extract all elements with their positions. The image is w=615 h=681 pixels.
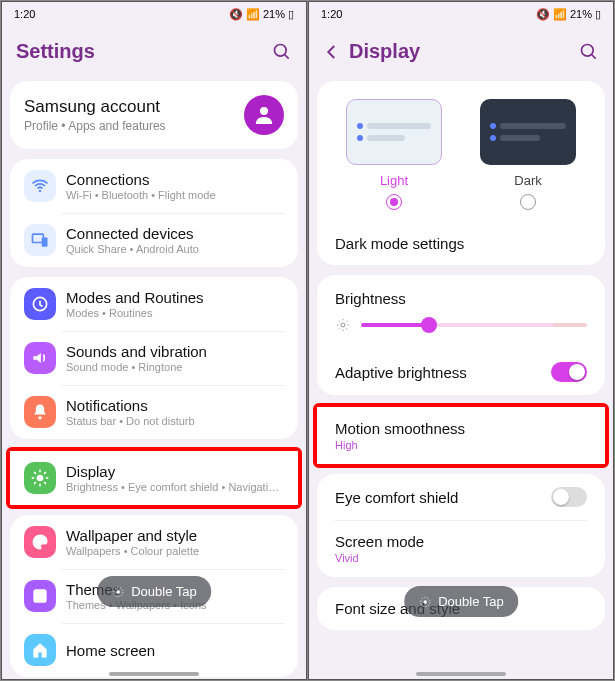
svg-point-3 [39,190,42,193]
row-subtitle: Wi-Fi • Bluetooth • Flight mode [66,189,284,201]
settings-screen: 1:20 🔇 📶 21% ▯ Settings Samsung account … [1,1,307,680]
display-options-card: Eye comfort shield Screen mode Vivid [317,474,605,577]
back-icon[interactable] [323,43,341,61]
battery-icon: ▯ [288,8,294,21]
svg-line-29 [339,328,340,329]
row-title: Sounds and vibration [66,343,284,360]
svg-line-1 [285,54,289,58]
settings-row-sounds-and-vibration[interactable]: Sounds and vibrationSound mode • Rington… [10,331,298,385]
sun-icon [335,317,351,333]
double-tap-label: Double Tap [131,584,197,599]
svg-point-7 [38,416,41,419]
status-bar: 1:20 🔇 📶 21% ▯ [2,2,306,26]
motion-value: High [335,439,465,451]
light-label: Light [346,173,442,188]
settings-row-wallpaper-and-style[interactable]: Wallpaper and styleWallpapers • Colour p… [10,515,298,569]
radio-dark[interactable] [520,194,536,210]
brightness-slider[interactable] [361,323,587,327]
svg-line-21 [592,54,596,58]
settings-row-modes-and-routines[interactable]: Modes and RoutinesModes • Routines [10,277,298,331]
double-tap-label: Double Tap [438,594,504,609]
brightness-card: Brightness Adaptive brightness [317,275,605,395]
eye-comfort-row[interactable]: Eye comfort shield [317,474,605,520]
account-title: Samsung account [24,97,166,117]
dark-preview [480,99,576,165]
page-title: Settings [16,40,95,63]
gesture-bar[interactable] [109,672,199,676]
page-title: Display [349,40,420,63]
brightness-label: Brightness [317,275,605,313]
bell-icon [24,396,56,428]
home-icon [24,634,56,666]
slider-thumb[interactable] [421,317,437,333]
screen-mode-value: Vivid [335,552,424,564]
settings-row-notifications[interactable]: NotificationsStatus bar • Do not disturb [10,385,298,439]
svg-line-16 [44,472,46,474]
search-icon[interactable] [272,42,292,62]
svg-point-31 [423,600,427,604]
theme-icon [24,580,56,612]
routine-icon [24,288,56,320]
dark-label: Dark [480,173,576,188]
header: Display [309,26,613,81]
row-title: Connections [66,171,284,188]
row-subtitle: Wallpapers • Colour palette [66,545,284,557]
row-subtitle: Status bar • Do not disturb [66,415,284,427]
svg-point-18 [116,590,120,594]
settings-row-connected-devices[interactable]: Connected devicesQuick Share • Android A… [10,213,298,267]
adaptive-toggle[interactable] [551,362,587,382]
mute-icon: 🔇 [229,8,243,21]
eye-label: Eye comfort shield [335,489,458,506]
battery-label: 21% [263,8,285,20]
row-subtitle: Quick Share • Android Auto [66,243,284,255]
radio-light[interactable] [386,194,402,210]
row-subtitle: Brightness • Eye comfort shield • Naviga… [66,481,284,493]
settings-group: Modes and RoutinesModes • RoutinesSounds… [10,277,298,439]
sun-icon [24,462,56,494]
account-subtitle: Profile • Apps and features [24,119,166,133]
motion-smoothness-row[interactable]: Motion smoothness High [317,407,605,464]
svg-line-30 [346,321,347,322]
status-bar: 1:20 🔇 📶 21% ▯ [309,2,613,26]
battery-label: 21% [570,8,592,20]
adaptive-brightness-row[interactable]: Adaptive brightness [317,349,605,395]
double-tap-hint: Double Tap [97,576,211,607]
samsung-account-row[interactable]: Samsung account Profile • Apps and featu… [10,81,298,149]
battery-icon: ▯ [595,8,601,21]
settings-group: DisplayBrightness • Eye comfort shield •… [10,451,298,505]
svg-point-22 [341,323,345,327]
theme-option-dark[interactable]: Dark [480,99,576,214]
wifi-icon [24,170,56,202]
svg-point-8 [37,475,44,482]
double-tap-hint: Double Tap [404,586,518,617]
eye-toggle[interactable] [551,487,587,507]
status-time: 1:20 [14,8,35,20]
svg-line-28 [346,328,347,329]
tap-icon [418,595,432,609]
dark-mode-settings-row[interactable]: Dark mode settings [317,222,605,265]
row-subtitle: Sound mode • Ringtone [66,361,284,373]
motion-highlight: Motion smoothness High [313,403,609,468]
settings-group: ConnectionsWi-Fi • Bluetooth • Flight mo… [10,159,298,267]
row-title: Wallpaper and style [66,527,284,544]
svg-point-2 [260,107,268,115]
sound-icon [24,342,56,374]
adaptive-label: Adaptive brightness [335,364,467,381]
devices-icon [24,224,56,256]
dark-mode-label: Dark mode settings [335,235,464,252]
search-icon[interactable] [579,42,599,62]
gesture-bar[interactable] [416,672,506,676]
svg-line-14 [44,482,46,484]
settings-row-connections[interactable]: ConnectionsWi-Fi • Bluetooth • Flight mo… [10,159,298,213]
svg-rect-17 [33,589,46,602]
row-title: Notifications [66,397,284,414]
screen-mode-label: Screen mode [335,533,424,550]
screen-mode-row[interactable]: Screen mode Vivid [317,520,605,577]
row-subtitle: Modes • Routines [66,307,284,319]
settings-row-home-screen[interactable]: Home screen [10,623,298,677]
svg-line-13 [34,472,36,474]
row-title: Display [66,463,284,480]
settings-row-display[interactable]: DisplayBrightness • Eye comfort shield •… [10,451,298,505]
status-time: 1:20 [321,8,342,20]
theme-option-light[interactable]: Light [346,99,442,214]
